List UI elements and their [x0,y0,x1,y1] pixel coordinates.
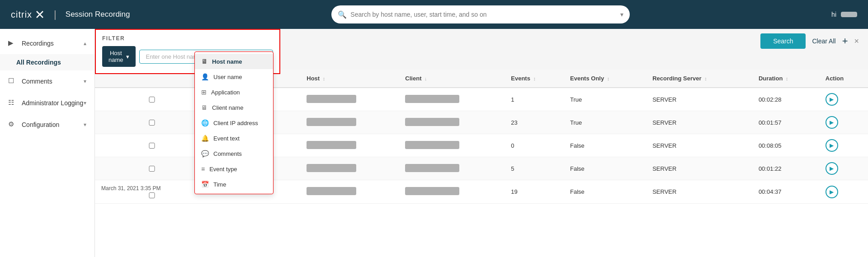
dropdown-item-event-type[interactable]: ≡ Event type [195,161,273,177]
col-duration[interactable]: Duration ↕ [752,70,819,88]
global-search-container: 🔍 ▾ [130,5,832,23]
row-host [300,157,399,180]
dropdown-item-application[interactable]: ⊞ Application [195,84,273,100]
dropdown-item-comments[interactable]: 💬 Comments [195,146,273,161]
chevron-down-icon[interactable]: ▾ [620,11,623,18]
sort-client-icon: ↓ [425,76,427,81]
add-filter-button[interactable]: + [842,36,848,46]
col-host[interactable]: Host ↕ [300,70,399,88]
row-checkbox[interactable] [101,192,203,198]
col-client[interactable]: Client ↓ [399,70,505,88]
search-button[interactable]: Search [760,33,806,49]
row-checkbox-cell: March 31, 2021 3:35 PM [95,180,209,204]
citrix-icon [35,9,45,19]
row-action: ▶ [819,111,868,134]
logo-divider: | [54,9,57,20]
row-client [399,88,505,111]
row-events: 5 [505,157,564,180]
row-duration: 00:08:05 [752,134,819,157]
row-host [300,180,399,204]
filter-dropdown-button[interactable]: Host name ▾ [102,46,136,67]
row-duration: 00:01:22 [752,157,819,180]
row-action: ▶ [819,157,868,180]
comments-icon: ☐ [8,77,17,86]
row-events-only: False [564,134,646,157]
dropdown-item-user-name[interactable]: 👤 User name [195,69,273,84]
configuration-icon: ⚙ [8,120,17,129]
recordings-icon: ▶ [8,39,17,48]
dropdown-item-client-name[interactable]: 🖥 Client name [195,100,273,115]
sort-host-icon: ↕ [323,76,326,81]
app-title: Session Recording [66,10,130,19]
user-name-icon: 👤 [201,73,209,80]
row-host [300,111,399,134]
client-name-icon: 🖥 [201,104,208,111]
user-name-badge [841,12,857,17]
row-recording-server: SERVER [646,88,752,111]
action-bar: Search Clear All + × [760,33,859,49]
dropdown-item-label: Client IP address [213,120,258,126]
play-button[interactable]: ▶ [826,139,838,152]
filter-title: FILTER [102,35,273,42]
chevron-down-config-icon: ▾ [84,121,86,128]
play-button[interactable]: ▶ [826,162,838,175]
row-checkbox[interactable] [101,97,203,103]
row-checkbox[interactable] [101,120,203,126]
row-checkbox-cell [95,134,209,157]
dropdown-item-client-ip[interactable]: 🌐 Client IP address [195,115,273,131]
filter-dropdown-menu: 🖥 Host name 👤 User name ⊞ Application 🖥 … [194,51,274,194]
row-action: ▶ [819,180,868,204]
citrix-logo: citrix [11,9,45,20]
configuration-label: Configuration [22,121,59,128]
clear-all-button[interactable]: Clear All [812,37,835,45]
play-button[interactable]: ▶ [826,93,838,106]
row-recording-server: SERVER [646,157,752,180]
sort-events-only-icon: ↕ [607,76,610,81]
col-events-only[interactable]: Events Only ↕ [564,70,646,88]
play-button[interactable]: ▶ [826,186,838,198]
comments-menu-icon: 💬 [201,150,209,157]
dropdown-item-time[interactable]: 📅 Time [195,177,273,192]
hi-label: hi [831,11,836,18]
row-client [399,134,505,157]
sidebar-item-comments[interactable]: ☐ Comments ▾ [0,70,94,92]
row-client [399,111,505,134]
row-duration: 00:04:37 [752,180,819,204]
row-recording-server: SERVER [646,111,752,134]
chevron-down-admin-icon: ▾ [84,100,86,106]
row-client [399,180,505,204]
row-checkbox[interactable] [101,143,203,149]
col-recording-server[interactable]: Recording Server ↕ [646,70,752,88]
row-events-only: True [564,88,646,111]
row-events: 0 [505,134,564,157]
dropdown-item-label: Event type [209,166,237,173]
dropdown-item-host-name[interactable]: 🖥 Host name [195,54,273,69]
dropdown-item-label: Time [213,181,226,188]
col-action: Action [819,70,868,88]
sidebar-item-content-recordings: ▶ Recordings [8,39,84,48]
row-recording-server: SERVER [646,134,752,157]
content-area: FILTER Host name ▾ 🖥 Host name 👤 User na… [95,29,868,257]
row-checkbox[interactable] [101,166,203,172]
dropdown-item-label: Application [211,89,240,96]
sidebar-item-content-config: ⚙ Configuration [8,120,84,129]
logo-area: citrix | Session Recording [11,9,130,20]
sidebar-item-configuration[interactable]: ⚙ Configuration ▾ [0,114,94,136]
sidebar-item-all-recordings[interactable]: All Recordings [0,54,94,70]
dropdown-item-event-text[interactable]: 🔔 Event text [195,131,273,146]
sort-events-icon: ↕ [533,76,536,81]
dropdown-item-label: Client name [212,104,243,111]
sidebar-item-admin-logging[interactable]: ☷ Administrator Logging ▾ [0,92,94,114]
sidebar-item-recordings[interactable]: ▶ Recordings ▴ [0,33,94,54]
row-host [300,88,399,111]
row-host [300,134,399,157]
col-events[interactable]: Events ↕ [505,70,564,88]
row-duration: 00:02:28 [752,88,819,111]
global-search-input[interactable] [350,11,617,18]
global-search-bar[interactable]: 🔍 ▾ [331,5,630,23]
chevron-up-icon: ▴ [84,40,86,47]
play-button[interactable]: ▶ [826,116,838,129]
close-filter-button[interactable]: × [854,37,859,46]
host-name-icon: 🖥 [201,58,208,65]
filter-dropdown-chevron-icon: ▾ [126,53,129,60]
